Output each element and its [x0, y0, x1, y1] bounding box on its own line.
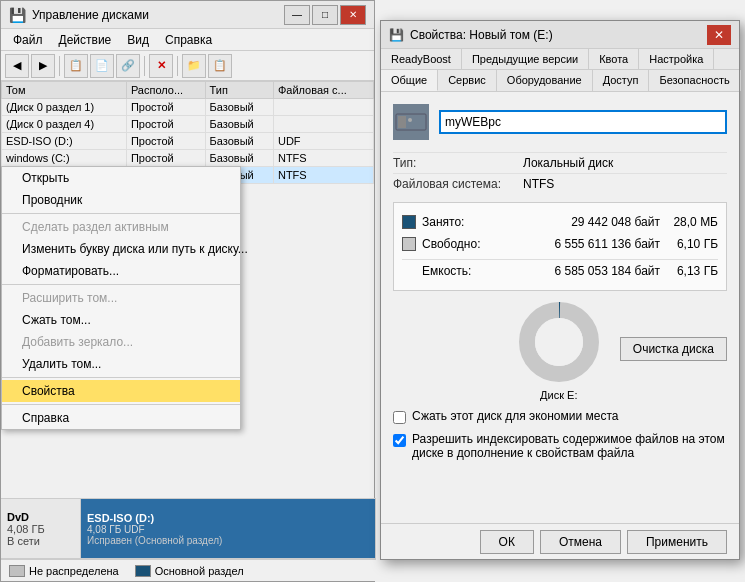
main-title-btns: — □ ✕ [284, 5, 366, 25]
free-row: Свободно: 6 555 611 136 байт 6,10 ГБ [402, 233, 718, 255]
volume-name-input[interactable] [439, 110, 727, 134]
disk-partition-0[interactable]: ESD-ISO (D:) 4,08 ГБ UDF Исправен (Основ… [81, 499, 376, 558]
dialog-close-button[interactable]: ✕ [707, 25, 731, 45]
donut-area: Диск E: Очистка диска [393, 297, 727, 401]
properties-dialog: 💾 Свойства: Новый том (E:) ✕ ReadyBoost … [380, 20, 740, 560]
disk-label: Диск E: [540, 389, 577, 401]
tab-readyboost[interactable]: ReadyBoost [381, 49, 462, 69]
apply-button[interactable]: Применить [627, 530, 727, 554]
disk-label-0: DvD 4,08 ГБ В сети [1, 499, 81, 558]
ok-button[interactable]: ОК [480, 530, 534, 554]
tab-settings[interactable]: Настройка [639, 49, 714, 69]
capacity-mb: 6,13 ГБ [668, 264, 718, 278]
disk-name-0: DvD [7, 511, 74, 523]
free-color [402, 237, 416, 251]
tab-bar-bottom: Общие Сервис Оборудование Доступ Безопас… [381, 70, 739, 92]
checkbox-index[interactable] [393, 434, 406, 447]
disk-row-0: DvD 4,08 ГБ В сети ESD-ISO (D:) 4,08 ГБ … [1, 499, 376, 559]
ctx-add-mirror[interactable]: Добавить зеркало... [2, 331, 240, 353]
ctx-delete[interactable]: Удалить том... [2, 353, 240, 375]
disk-size-0: 4,08 ГБ [7, 523, 74, 535]
table-row[interactable]: windows (C:) Простой Базовый NTFS [2, 150, 374, 167]
menu-action[interactable]: Действие [51, 31, 120, 49]
volume-name-row [393, 104, 727, 140]
toolbar-separator-2 [144, 56, 145, 76]
toolbar-separator-1 [59, 56, 60, 76]
cell-extra-2: UDF [273, 133, 373, 150]
dialog-footer: ОК Отмена Применить [381, 523, 739, 559]
dialog-body: Тип: Локальный диск Файловая система: NT… [381, 92, 739, 480]
info-type-value: Локальный диск [523, 156, 727, 170]
toolbar-btn-4[interactable]: 📁 [182, 54, 206, 78]
tab-hardware[interactable]: Оборудование [497, 70, 593, 91]
tab-service[interactable]: Сервис [438, 70, 497, 91]
cell-type-1: Простой [126, 116, 205, 133]
dialog-title-text: Свойства: Новый том (E:) [410, 28, 707, 42]
maximize-button[interactable]: □ [312, 5, 338, 25]
tab-general[interactable]: Общие [381, 70, 438, 91]
toolbar-btn-5[interactable]: 📋 [208, 54, 232, 78]
legend-basic: Основной раздел [135, 565, 244, 577]
ctx-help[interactable]: Справка [2, 407, 240, 429]
cell-tom-2: ESD-ISO (D:) [2, 133, 127, 150]
col-tom: Том [2, 82, 127, 99]
toolbar-btn-3[interactable]: 🔗 [116, 54, 140, 78]
info-type-label: Тип: [393, 156, 523, 170]
checkbox-compress[interactable] [393, 411, 406, 424]
menu-file[interactable]: Файл [5, 31, 51, 49]
table-row[interactable]: (Диск 0 раздел 4) Простой Базовый [2, 116, 374, 133]
table-row[interactable]: (Диск 0 раздел 1) Простой Базовый [2, 99, 374, 116]
cell-extra-0 [273, 99, 373, 116]
tab-bar-top: ReadyBoost Предыдущие версии Квота Настр… [381, 49, 739, 70]
toolbar-separator-3 [177, 56, 178, 76]
ctx-explorer[interactable]: Проводник [2, 189, 240, 211]
dialog-title-bar: 💾 Свойства: Новый том (E:) ✕ [381, 21, 739, 49]
ctx-change-letter[interactable]: Изменить букву диска или путь к диску... [2, 238, 240, 260]
toolbar-btn-1[interactable]: 📋 [64, 54, 88, 78]
cell-extra-1 [273, 116, 373, 133]
ctx-sep-1 [2, 213, 240, 214]
tab-security[interactable]: Безопасность [649, 70, 740, 91]
free-mb: 6,10 ГБ [668, 237, 718, 251]
back-button[interactable]: ◀ [5, 54, 29, 78]
checkbox-compress-label: Сжать этот диск для экономии места [412, 409, 618, 423]
disk-cleanup-button[interactable]: Очистка диска [620, 337, 727, 361]
free-label: Свободно: [422, 237, 540, 251]
menu-bar: Файл Действие Вид Справка [1, 29, 374, 51]
ctx-open[interactable]: Открыть [2, 167, 240, 189]
cell-fs-1: Базовый [205, 116, 273, 133]
tab-quota[interactable]: Квота [589, 49, 639, 69]
minimize-button[interactable]: — [284, 5, 310, 25]
legend-bar: Не распределена Основной раздел [1, 559, 376, 581]
tab-previous-versions[interactable]: Предыдущие версии [462, 49, 589, 69]
main-title-bar: 💾 Управление дисками — □ ✕ [1, 1, 374, 29]
ctx-sep-3 [2, 377, 240, 378]
col-type: Тип [205, 82, 273, 99]
cell-fs-2: Базовый [205, 133, 273, 150]
close-main-button[interactable]: ✕ [340, 5, 366, 25]
table-row[interactable]: ESD-ISO (D:) Простой Базовый UDF [2, 133, 374, 150]
ctx-make-active[interactable]: Сделать раздел активным [2, 216, 240, 238]
ctx-properties[interactable]: Свойства [2, 380, 240, 402]
cell-type-2: Простой [126, 133, 205, 150]
tab-access[interactable]: Доступ [593, 70, 650, 91]
cancel-button[interactable]: Отмена [540, 530, 621, 554]
cell-tom-1: (Диск 0 раздел 4) [2, 116, 127, 133]
ctx-expand[interactable]: Расширить том... [2, 287, 240, 309]
info-type-row: Тип: Локальный диск [393, 152, 727, 173]
ctx-shrink[interactable]: Сжать том... [2, 309, 240, 331]
donut-chart [514, 297, 604, 387]
svg-rect-2 [408, 118, 412, 122]
forward-button[interactable]: ▶ [31, 54, 55, 78]
used-bytes: 29 442 048 байт [540, 215, 660, 229]
legend-icon-gray [9, 565, 25, 577]
checkbox-index-row: Разрешить индексировать содержимое файло… [393, 432, 727, 460]
ctx-format[interactable]: Форматировать... [2, 260, 240, 282]
menu-view[interactable]: Вид [119, 31, 157, 49]
toolbar-btn-2[interactable]: 📄 [90, 54, 114, 78]
menu-help[interactable]: Справка [157, 31, 220, 49]
free-bytes: 6 555 611 136 байт [540, 237, 660, 251]
delete-button[interactable]: ✕ [149, 54, 173, 78]
col-raspolozhenie: Располо... [126, 82, 205, 99]
ctx-sep-2 [2, 284, 240, 285]
